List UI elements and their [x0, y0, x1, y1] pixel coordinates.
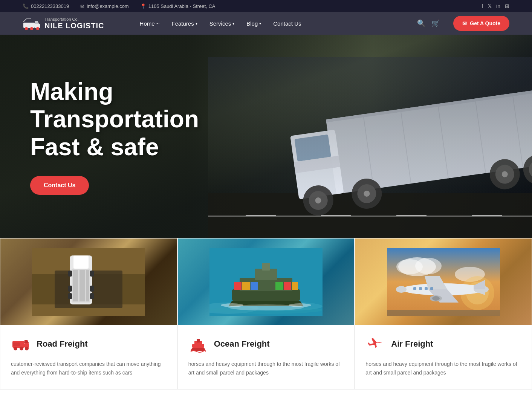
svg-rect-51 [90, 286, 94, 292]
phone-info: 📞 00222123333019 [23, 3, 69, 9]
nav-contact[interactable]: Contact Us [268, 17, 306, 30]
svg-rect-12 [396, 215, 427, 216]
svg-rect-10 [246, 215, 276, 216]
services-section: Road Freight customer-reviewed transport… [0, 238, 532, 390]
ocean-freight-header: Ocean Freight [188, 334, 344, 354]
ocean-freight-title: Ocean Freight [214, 339, 270, 349]
email-info: ✉ info@example.com [80, 3, 128, 9]
air-freight-icon [365, 334, 385, 354]
svg-rect-0 [23, 23, 35, 28]
ocean-freight-icon [188, 334, 208, 354]
nav-links: Home ~ Features ▾ Services ▾ Blog ▾ Cont… [135, 17, 307, 30]
svg-rect-68 [234, 282, 242, 290]
svg-rect-100 [430, 287, 433, 290]
svg-marker-2 [35, 21, 39, 24]
social-links[interactable]: f 𝕏 in ⊞ [482, 3, 509, 9]
nav-icons: 🔍 🛒 ✉ Get A Quote [417, 16, 509, 31]
ocean-freight-body: Ocean Freight horses and heavy equipment… [178, 325, 355, 389]
svg-rect-101 [387, 310, 500, 316]
svg-point-4 [30, 27, 33, 30]
envelope-icon: ✉ [462, 20, 467, 26]
svg-rect-46 [68, 271, 72, 277]
svg-point-75 [289, 303, 311, 307]
chevron-down-icon: ▾ [232, 21, 234, 26]
svg-rect-41 [73, 255, 89, 269]
hero-cta-label: Contact Us [44, 182, 75, 188]
svg-point-76 [221, 303, 243, 307]
service-card-road: Road Freight customer-reviewed transport… [0, 238, 177, 390]
air-freight-body: Air Freight horses and heavy equipment t… [355, 325, 532, 389]
road-freight-desc: customer-reviewed transport companies th… [11, 360, 167, 377]
svg-rect-44 [79, 270, 85, 301]
navbar: Transportation Co. NILE LOGISTIC Home ~ … [0, 12, 532, 35]
address-text: 1105 Saudi Arabia - Street, CA [148, 3, 216, 9]
svg-rect-48 [68, 293, 72, 299]
air-freight-desc: horses and heavy equipment through to th… [365, 360, 521, 377]
svg-marker-54 [24, 340, 29, 343]
svg-rect-99 [425, 287, 428, 290]
phone-number: 00222123333019 [31, 3, 69, 9]
search-button[interactable]: 🔍 [417, 19, 425, 28]
svg-rect-72 [284, 282, 291, 290]
svg-rect-73 [292, 282, 298, 290]
road-freight-image [0, 238, 177, 325]
get-quote-button[interactable]: ✉ Get A Quote [453, 16, 509, 31]
svg-point-84 [415, 258, 442, 274]
svg-point-57 [25, 347, 29, 350]
svg-line-6 [23, 19, 26, 22]
address-info: 📍 1105 Saudi Arabia - Street, CA [140, 3, 216, 9]
nav-features[interactable]: Features ▾ [167, 17, 203, 30]
svg-marker-78 [191, 348, 206, 351]
hero-section: Making Transportation Fast & safe Contac… [0, 35, 532, 238]
chevron-down-icon: ▾ [259, 21, 261, 26]
svg-point-96 [432, 296, 440, 301]
hero-content: Making Transportation Fast & safe Contac… [0, 78, 229, 195]
hero-truck-illustration [208, 57, 532, 238]
svg-rect-36 [208, 57, 532, 193]
twitter-icon[interactable]: 𝕏 [488, 3, 492, 9]
email-address: info@example.com [87, 3, 128, 9]
cart-button[interactable]: 🛒 [431, 19, 440, 28]
svg-point-55 [14, 347, 17, 350]
ocean-freight-image [178, 238, 355, 325]
svg-rect-47 [90, 271, 94, 277]
air-freight-title: Air Freight [391, 339, 433, 349]
svg-rect-11 [321, 215, 351, 216]
hero-cta-button[interactable]: Contact Us [30, 176, 89, 195]
svg-rect-45 [86, 270, 89, 301]
svg-rect-13 [472, 215, 502, 216]
linkedin-icon[interactable]: in [496, 3, 500, 9]
logo-title: NILE LOGISTIC [44, 21, 104, 30]
svg-rect-50 [68, 286, 72, 292]
email-icon: ✉ [80, 3, 84, 9]
svg-point-3 [25, 27, 28, 30]
road-freight-icon [11, 334, 31, 354]
chevron-down-icon: ▾ [196, 21, 197, 26]
svg-rect-70 [251, 282, 258, 290]
svg-rect-98 [419, 287, 422, 290]
svg-rect-67 [262, 263, 270, 271]
get-quote-label: Get A Quote [470, 20, 500, 26]
logo[interactable]: Transportation Co. NILE LOGISTIC [23, 16, 104, 31]
ocean-freight-desc: horses and heavy equipment through to th… [188, 360, 344, 377]
svg-point-90 [396, 286, 407, 293]
air-freight-header: Air Freight [365, 334, 521, 354]
service-card-air: Air Freight horses and heavy equipment t… [355, 238, 532, 390]
road-freight-body: Road Freight customer-reviewed transport… [0, 325, 177, 389]
svg-rect-69 [242, 282, 250, 290]
road-freight-title: Road Freight [37, 339, 88, 349]
rss-icon[interactable]: ⊞ [505, 3, 509, 9]
svg-rect-43 [73, 270, 78, 301]
svg-rect-58 [12, 342, 20, 346]
nav-blog[interactable]: Blog ▾ [241, 17, 266, 30]
service-card-ocean: Ocean Freight horses and heavy equipment… [177, 238, 355, 390]
svg-rect-71 [275, 282, 283, 290]
nav-services[interactable]: Services ▾ [204, 17, 240, 30]
nav-home[interactable]: Home ~ [135, 17, 165, 30]
svg-rect-80 [197, 339, 200, 342]
road-freight-header: Road Freight [11, 334, 167, 354]
phone-icon: 📞 [23, 3, 29, 9]
facebook-icon[interactable]: f [482, 3, 483, 9]
air-freight-image [355, 238, 532, 325]
location-icon: 📍 [140, 3, 146, 9]
